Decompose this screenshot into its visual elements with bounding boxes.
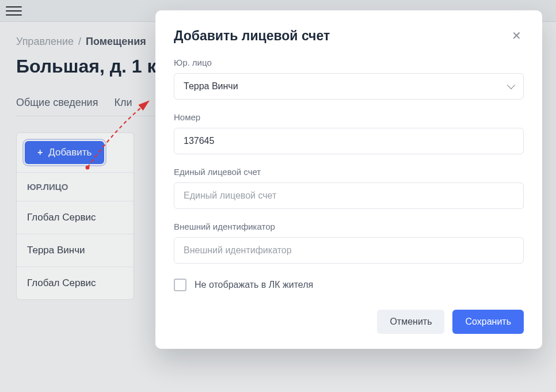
- field-external-id-label: Внешний идентификатор: [174, 222, 524, 231]
- modal-header: Добавить лицевой счет ✕: [174, 26, 524, 45]
- modal-title: Добавить лицевой счет: [174, 28, 330, 44]
- close-icon[interactable]: ✕: [509, 26, 524, 45]
- field-entity-label: Юр. лицо: [174, 58, 524, 67]
- save-button[interactable]: Сохранить: [452, 310, 524, 334]
- field-number: Номер: [174, 112, 524, 154]
- field-uls-label: Единый лицевой счет: [174, 167, 524, 177]
- field-number-label: Номер: [174, 112, 524, 122]
- field-entity: Юр. лицо Терра Винчи: [174, 58, 524, 100]
- hide-lk-row: Не отображать в ЛК жителя: [174, 279, 524, 291]
- field-uls: Единый лицевой счет: [174, 167, 524, 209]
- entity-select-value: Терра Винчи: [184, 81, 238, 92]
- uls-input[interactable]: [174, 182, 524, 209]
- field-external-id: Внешний идентификатор: [174, 222, 524, 264]
- modal-footer: Отменить Сохранить: [174, 310, 524, 334]
- chevron-down-icon: [507, 81, 515, 89]
- hide-lk-checkbox[interactable]: [174, 279, 186, 291]
- cancel-button[interactable]: Отменить: [377, 310, 444, 334]
- hide-lk-label: Не отображать в ЛК жителя: [195, 280, 313, 290]
- number-input[interactable]: [174, 128, 524, 154]
- entity-select[interactable]: Терра Винчи: [174, 73, 524, 100]
- add-account-modal: Добавить лицевой счет ✕ Юр. лицо Терра В…: [155, 10, 542, 349]
- external-id-input[interactable]: [174, 237, 524, 264]
